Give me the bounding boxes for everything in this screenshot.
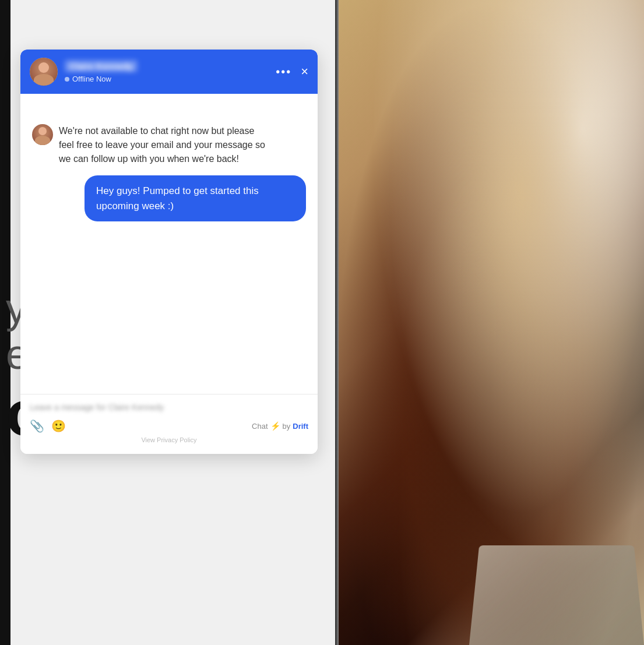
bolt-icon: ⚡ bbox=[270, 421, 280, 431]
screen-panel: yo eo ov Claire Kennedy Offline Now ••• … bbox=[0, 0, 335, 645]
chat-footer-actions: 📎 🙂 Chat ⚡ by Drift bbox=[30, 419, 308, 433]
by-label: by bbox=[283, 422, 291, 431]
avatar-face bbox=[30, 58, 58, 86]
chat-header-info: Claire Kennedy Offline Now bbox=[65, 60, 269, 83]
device-edge bbox=[335, 0, 339, 645]
desk-item bbox=[469, 545, 644, 645]
chat-spacer bbox=[32, 231, 306, 394]
drift-brand-label: Drift bbox=[293, 422, 308, 431]
chat-body: We're not available to chat right now bu… bbox=[20, 94, 318, 394]
status-dot bbox=[65, 77, 69, 82]
chat-header: Claire Kennedy Offline Now ••• × bbox=[20, 50, 318, 94]
user-bubble: Hey guys! Pumped to get started this upc… bbox=[85, 175, 306, 221]
chat-header-actions: ••• × bbox=[276, 65, 308, 79]
status-text: Offline Now bbox=[72, 75, 111, 83]
chat-widget: Claire Kennedy Offline Now ••• × We're n… bbox=[20, 50, 318, 454]
agent-bubble: We're not available to chat right now bu… bbox=[59, 124, 269, 166]
photo-panel bbox=[335, 0, 644, 645]
attachment-icon[interactable]: 📎 bbox=[30, 419, 44, 433]
agent-avatar-small bbox=[32, 124, 53, 145]
footer-branding: Chat ⚡ by Drift bbox=[252, 421, 308, 431]
close-button[interactable]: × bbox=[301, 65, 308, 78]
more-options-button[interactable]: ••• bbox=[276, 65, 291, 79]
chat-footer: Leave a message for Claire Kennedy 📎 🙂 C… bbox=[20, 394, 318, 454]
agent-avatar bbox=[30, 58, 58, 86]
chat-label: Chat bbox=[252, 422, 268, 431]
privacy-policy-link[interactable]: View Privacy Policy bbox=[30, 433, 308, 449]
user-message-row: Hey guys! Pumped to get started this upc… bbox=[32, 175, 306, 221]
agent-status: Offline Now bbox=[65, 75, 269, 83]
agent-name: Claire Kennedy bbox=[65, 60, 138, 72]
chat-input-placeholder[interactable]: Leave a message for Claire Kennedy bbox=[30, 403, 308, 412]
footer-icons: 📎 🙂 bbox=[30, 419, 66, 433]
emoji-icon[interactable]: 🙂 bbox=[51, 419, 66, 433]
agent-message-row: We're not available to chat right now bu… bbox=[32, 124, 306, 166]
